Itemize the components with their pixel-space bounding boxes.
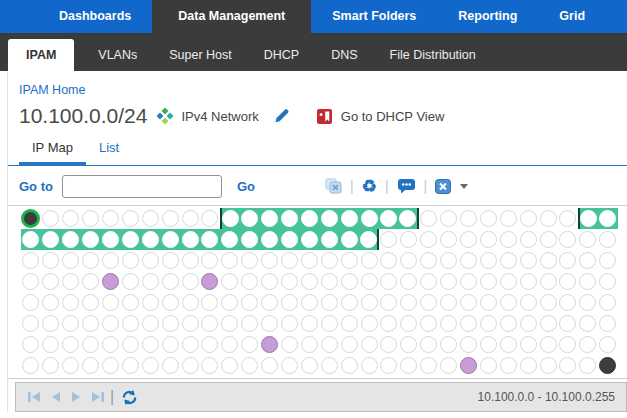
- ip-cell[interactable]: [339, 334, 359, 355]
- ip-cell[interactable]: [518, 355, 538, 376]
- ip-cell[interactable]: [359, 208, 379, 229]
- ip-cell[interactable]: [120, 229, 140, 250]
- ip-cell[interactable]: [399, 250, 419, 271]
- ip-cell[interactable]: [240, 208, 260, 229]
- ip-cell[interactable]: [419, 292, 439, 313]
- ip-cell[interactable]: [439, 250, 459, 271]
- ip-cell[interactable]: [101, 271, 121, 292]
- ip-cell[interactable]: [578, 271, 598, 292]
- ip-cell[interactable]: [180, 229, 200, 250]
- prev-page-icon[interactable]: [51, 391, 61, 403]
- ip-cell[interactable]: [578, 250, 598, 271]
- ip-cell[interactable]: [379, 229, 399, 250]
- ip-cell[interactable]: [578, 229, 598, 250]
- ip-cell[interactable]: [160, 355, 180, 376]
- ip-cell[interactable]: [160, 334, 180, 355]
- ip-cell[interactable]: [41, 355, 61, 376]
- ip-cell[interactable]: [478, 250, 498, 271]
- last-page-icon[interactable]: [91, 391, 105, 403]
- nav-item-administration[interactable]: Administration: [606, 0, 627, 33]
- ip-cell[interactable]: [260, 355, 280, 376]
- ip-cell[interactable]: [140, 250, 160, 271]
- ip-cell[interactable]: [21, 355, 41, 376]
- ip-cell[interactable]: [558, 229, 578, 250]
- ip-cell[interactable]: [200, 250, 220, 271]
- ip-cell[interactable]: [498, 208, 518, 229]
- pencil-edit-icon[interactable]: [273, 108, 291, 124]
- ip-cell[interactable]: [299, 208, 319, 229]
- ip-cell[interactable]: [299, 229, 319, 250]
- ip-cell[interactable]: [81, 229, 101, 250]
- ip-cell[interactable]: [200, 271, 220, 292]
- ip-cell[interactable]: [180, 250, 200, 271]
- ip-cell[interactable]: [299, 313, 319, 334]
- ip-cell[interactable]: [101, 250, 121, 271]
- ip-cell[interactable]: [419, 229, 439, 250]
- ip-cell[interactable]: [379, 271, 399, 292]
- ip-cell[interactable]: [598, 355, 618, 376]
- ip-cell[interactable]: [379, 292, 399, 313]
- ip-cell[interactable]: [61, 334, 81, 355]
- ip-cell[interactable]: [299, 355, 319, 376]
- ip-cell[interactable]: [578, 292, 598, 313]
- ip-cell[interactable]: [558, 292, 578, 313]
- ip-cell[interactable]: [81, 250, 101, 271]
- subnav-tab-dhcp[interactable]: DHCP: [248, 39, 315, 71]
- ip-cell[interactable]: [61, 208, 81, 229]
- ip-cell[interactable]: [260, 250, 280, 271]
- ip-cell[interactable]: [498, 229, 518, 250]
- ip-cell[interactable]: [459, 334, 479, 355]
- ip-cell[interactable]: [140, 271, 160, 292]
- ip-cell[interactable]: [120, 208, 140, 229]
- ip-cell[interactable]: [81, 292, 101, 313]
- ip-cell[interactable]: [180, 334, 200, 355]
- subnav-tab-file-distribution[interactable]: File Distribution: [374, 39, 492, 71]
- ip-cell[interactable]: [379, 313, 399, 334]
- ip-cell[interactable]: [399, 292, 419, 313]
- ip-cell[interactable]: [598, 271, 618, 292]
- clear-button-icon[interactable]: [435, 179, 451, 194]
- ip-cell[interactable]: [200, 208, 220, 229]
- ip-cell[interactable]: [379, 208, 399, 229]
- ip-cell[interactable]: [240, 292, 260, 313]
- breadcrumb-link-ipam-home[interactable]: IPAM Home: [19, 83, 85, 97]
- ip-cell[interactable]: [558, 313, 578, 334]
- ip-cell[interactable]: [518, 292, 538, 313]
- ip-cell[interactable]: [61, 229, 81, 250]
- ip-cell[interactable]: [498, 292, 518, 313]
- first-page-icon[interactable]: [27, 391, 41, 403]
- ip-cell[interactable]: [140, 292, 160, 313]
- ip-cell[interactable]: [339, 355, 359, 376]
- ip-cell[interactable]: [399, 313, 419, 334]
- ip-cell[interactable]: [399, 229, 419, 250]
- ip-cell[interactable]: [220, 208, 240, 229]
- goto-input[interactable]: [62, 175, 222, 198]
- ip-cell[interactable]: [180, 292, 200, 313]
- ip-cell[interactable]: [120, 334, 140, 355]
- ip-cell[interactable]: [578, 313, 598, 334]
- go-button[interactable]: Go: [237, 179, 255, 194]
- ip-cell[interactable]: [280, 208, 300, 229]
- ip-cell[interactable]: [41, 250, 61, 271]
- ip-cell[interactable]: [299, 334, 319, 355]
- ip-cell[interactable]: [299, 250, 319, 271]
- ip-cell[interactable]: [140, 208, 160, 229]
- ip-cell[interactable]: [21, 271, 41, 292]
- ip-cell[interactable]: [220, 250, 240, 271]
- ip-cell[interactable]: [21, 313, 41, 334]
- ip-cell[interactable]: [598, 334, 618, 355]
- ip-cell[interactable]: [21, 208, 41, 229]
- ip-cell[interactable]: [339, 229, 359, 250]
- ip-cell[interactable]: [200, 334, 220, 355]
- ip-cell[interactable]: [538, 292, 558, 313]
- ip-cell[interactable]: [220, 334, 240, 355]
- ip-cell[interactable]: [21, 292, 41, 313]
- ip-cell[interactable]: [419, 334, 439, 355]
- ip-cell[interactable]: [319, 271, 339, 292]
- ip-cell[interactable]: [240, 355, 260, 376]
- subnav-tab-vlans[interactable]: VLANs: [82, 39, 153, 71]
- ip-cell[interactable]: [120, 355, 140, 376]
- tab-ip-map[interactable]: IP Map: [19, 134, 86, 166]
- ip-cell[interactable]: [538, 334, 558, 355]
- ip-cell[interactable]: [61, 271, 81, 292]
